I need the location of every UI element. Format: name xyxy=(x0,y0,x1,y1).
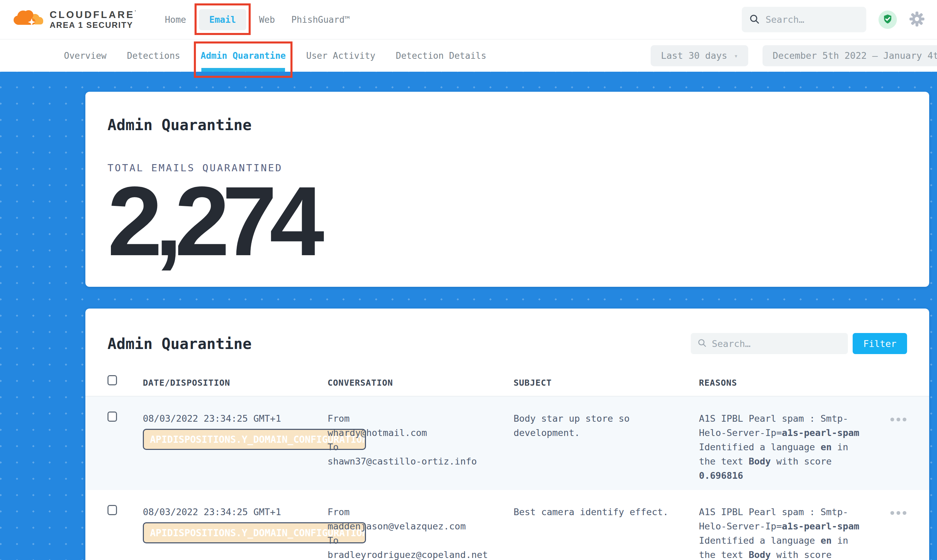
select-all-checkbox[interactable] xyxy=(108,375,117,385)
to-email: shawn37@castillo-ortiz.info xyxy=(327,454,514,469)
column-header-reasons: REASONS xyxy=(699,378,866,388)
top-bar: CLOUDFLARE’ AREA 1 SECURITY Home Email W… xyxy=(0,0,937,39)
row-subject: Body star up store so development. xyxy=(514,411,684,440)
security-status-badge[interactable] xyxy=(878,11,897,29)
reasons-cell: A1S IPBL Pearl spam : Smtp-Helo-Server-I… xyxy=(699,411,866,490)
table-header-row: DATE/DISPOSITION CONVERSATION SUBJECT RE… xyxy=(85,375,929,397)
from-email: maddenjason@velazquez.com xyxy=(327,519,514,534)
shield-check-icon xyxy=(882,14,893,26)
table-row[interactable]: 08/03/2022 23:34:25 GMT+1 From maddenjas… xyxy=(85,490,929,560)
logo-subtitle: AREA 1 SECURITY xyxy=(49,20,138,30)
to-label: To xyxy=(327,440,514,454)
settings-button[interactable] xyxy=(909,11,925,28)
gear-icon xyxy=(909,11,925,28)
table-search-input[interactable] xyxy=(712,338,841,349)
row-checkbox[interactable] xyxy=(108,505,117,515)
cloudflare-logo[interactable]: CLOUDFLARE’ AREA 1 SECURITY xyxy=(12,8,138,31)
row-subject: Best camera identify effect. xyxy=(514,505,684,519)
summary-card-title: Admin Quarantine xyxy=(108,116,907,134)
tab-detection-details[interactable]: Detection Details xyxy=(396,39,486,72)
row-date: 08/03/2022 23:34:25 GMT+1 xyxy=(143,507,281,517)
to-label: To xyxy=(327,534,514,548)
global-search-input[interactable] xyxy=(766,14,859,25)
table-body: 08/03/2022 23:34:25 GMT+1 From whardy@ho… xyxy=(85,397,929,560)
metric-value: 2,274 xyxy=(108,183,907,259)
nav-item-email[interactable]: Email xyxy=(199,9,246,30)
row-date: 08/03/2022 23:34:25 GMT+1 xyxy=(143,413,281,424)
tab-detections[interactable]: Detections xyxy=(127,39,180,72)
from-label: From xyxy=(327,411,514,426)
row-checkbox[interactable] xyxy=(108,411,117,422)
page-content: Admin Quarantine TOTAL EMAILS QUARANTINE… xyxy=(0,72,937,560)
cloudflare-cloud-icon xyxy=(12,8,46,31)
summary-card: Admin Quarantine TOTAL EMAILS QUARANTINE… xyxy=(85,92,929,287)
reasons-cell: A1S IPBL Pearl spam : Smtp-Helo-Server-I… xyxy=(699,505,866,560)
nav-item-web[interactable]: Web xyxy=(256,10,279,29)
column-header-conversation: CONVERSATION xyxy=(327,378,514,388)
conversation-cell: From whardy@hotmail.com To shawn37@casti… xyxy=(327,411,514,490)
search-icon xyxy=(749,14,759,26)
tab-user-activity[interactable]: User Activity xyxy=(306,39,375,72)
conversation-cell: From maddenjason@velazquez.com To bradle… xyxy=(327,505,514,560)
caret-down-icon: ▾ xyxy=(734,52,738,60)
search-icon xyxy=(698,338,706,349)
quarantine-table-card: Admin Quarantine Filter DATE/DISPOSITION… xyxy=(85,309,929,560)
from-label: From xyxy=(327,505,514,519)
row-actions-button[interactable] xyxy=(890,509,907,560)
to-email: bradleyrodriguez@copeland.net xyxy=(327,548,514,560)
row-actions-button[interactable] xyxy=(890,415,907,490)
global-search[interactable] xyxy=(742,7,866,32)
tab-admin-quarantine[interactable]: Admin Quarantine xyxy=(201,39,286,72)
table-search[interactable] xyxy=(691,333,848,354)
from-email: whardy@hotmail.com xyxy=(327,426,514,440)
nav-item-home[interactable]: Home xyxy=(162,10,190,29)
row-reasons: A1S IPBL Pearl spam : Smtp-Helo-Server-I… xyxy=(699,505,861,560)
table-row[interactable]: 08/03/2022 23:34:25 GMT+1 From whardy@ho… xyxy=(85,397,929,490)
filter-button[interactable]: Filter xyxy=(853,333,907,354)
column-header-date-disposition: DATE/DISPOSITION xyxy=(143,378,327,388)
date-cell: 08/03/2022 23:34:25 GMT+1 xyxy=(143,411,327,490)
primary-nav: Home Email Web PhishGuard™ xyxy=(162,9,353,30)
row-reasons: A1S IPBL Pearl spam : Smtp-Helo-Server-I… xyxy=(699,411,861,483)
nav-item-phishguard[interactable]: PhishGuard™ xyxy=(288,10,353,29)
subject-cell: Best camera identify effect. xyxy=(514,505,699,560)
table-card-title: Admin Quarantine xyxy=(108,335,252,352)
logo-brand: CLOUDFLARE’ xyxy=(49,9,138,20)
column-header-subject: SUBJECT xyxy=(514,378,699,388)
tab-overview[interactable]: Overview xyxy=(64,39,107,72)
date-range-display[interactable]: December 5th 2022 — January 4th 2023 xyxy=(763,45,937,66)
date-range-preset-dropdown[interactable]: Last 30 days ▾ xyxy=(651,45,748,66)
email-sub-nav: Overview Detections Admin Quarantine Use… xyxy=(0,39,937,72)
subject-cell: Body star up store so development. xyxy=(514,411,699,490)
